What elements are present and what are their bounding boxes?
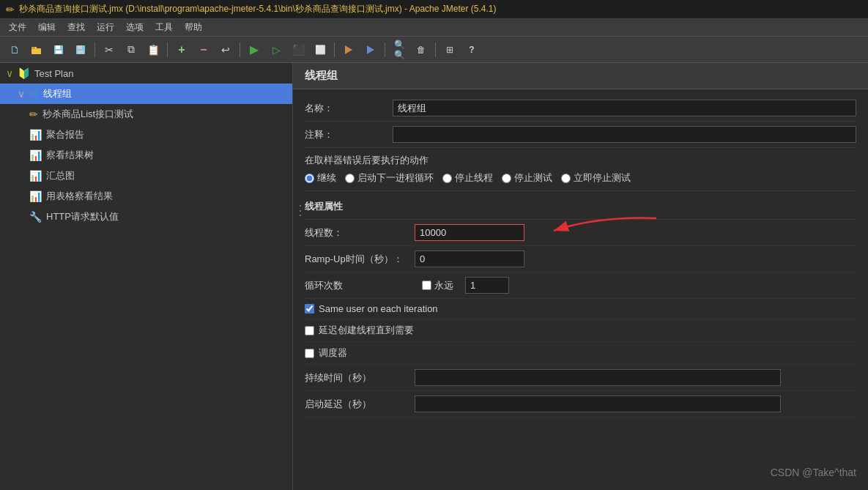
title-text: 秒杀商品查询接口测试.jmx (D:\install\program\apach… xyxy=(19,3,496,15)
svg-rect-8 xyxy=(78,51,84,53)
comment-input[interactable] xyxy=(393,126,856,143)
ramp-up-input[interactable] xyxy=(415,250,524,267)
name-label: 名称： xyxy=(305,102,393,115)
http-defaults-icon: 🔧 xyxy=(29,211,42,223)
section-header: 线程组 xyxy=(293,63,868,89)
forever-checkbox[interactable] xyxy=(422,281,431,290)
error-stop-test-radio[interactable] xyxy=(502,174,511,183)
toolbar-remote-start[interactable] xyxy=(338,40,359,59)
error-stop-thread-radio[interactable] xyxy=(442,174,452,183)
error-stop-thread[interactable]: 停止线程 xyxy=(442,171,493,185)
toolbar-new[interactable]: 🗋 xyxy=(4,40,25,59)
toolbar-save[interactable] xyxy=(48,40,69,59)
toolbar-copy[interactable]: ⧉ xyxy=(121,40,141,59)
sidebar-http-defaults-label: HTTP请求默认值 xyxy=(46,210,119,223)
error-continue-radio[interactable] xyxy=(305,174,314,183)
toolbar-search[interactable]: 🔍🔍 xyxy=(389,40,409,59)
sidebar-item-table-results[interactable]: 📊 用表格察看结果 xyxy=(0,186,292,207)
forever-label[interactable]: 永远 xyxy=(434,279,453,292)
sidebar-item-api-test[interactable]: ✏ 秒杀商品List接口测试 xyxy=(0,104,292,125)
error-start-next[interactable]: 启动下一进程循环 xyxy=(345,171,434,185)
thread-props-section: 线程属性 线程数： xyxy=(305,191,856,423)
scheduler-checkbox[interactable] xyxy=(305,349,314,358)
toolbar-clear[interactable]: 🗑 xyxy=(411,40,431,59)
toolbar-add[interactable]: + xyxy=(171,40,192,59)
error-radio-group: 继续 启动下一进程循环 停止线程 停止测试 xyxy=(305,171,856,185)
svg-marker-10 xyxy=(367,45,374,54)
toolbar-undo[interactable]: ↩ xyxy=(215,40,236,59)
comment-label: 注释： xyxy=(305,128,393,141)
title-icon: ✏ xyxy=(6,4,15,15)
svg-rect-5 xyxy=(56,51,62,53)
error-continue-label: 继续 xyxy=(317,171,336,185)
error-stop-test[interactable]: 停止测试 xyxy=(502,171,552,185)
scheduler-label[interactable]: 调度器 xyxy=(319,346,347,360)
duration-input[interactable] xyxy=(415,369,781,386)
thread-count-label: 线程数： xyxy=(305,226,415,240)
api-test-icon: ✏ xyxy=(29,108,38,120)
loop-count-row: 循环次数 永远 xyxy=(305,272,856,299)
toolbar-sep-1 xyxy=(94,42,95,57)
toolbar-open[interactable] xyxy=(26,40,47,59)
sidebar-item-thread-group[interactable]: ∨ ⚙ 线程组 xyxy=(0,83,292,104)
toolbar-paste[interactable]: 📋 xyxy=(143,40,163,59)
ramp-up-row: Ramp-Up时间（秒）： xyxy=(305,246,856,272)
toolbar: 🗋 ✂ ⧉ 📋 + − ↩ ▶ ▷ ⬛ ⬜ 🔍🔍 🗑 ⊞ ? xyxy=(0,37,868,63)
same-user-row: Same user on each iteration xyxy=(305,299,856,319)
delayed-start-label[interactable]: 延迟创建线程直到需要 xyxy=(319,324,414,337)
view-results-icon: 📊 xyxy=(29,149,42,161)
menu-file[interactable]: 文件 xyxy=(3,20,32,35)
error-action-label: 在取样器错误后要执行的动作 xyxy=(305,154,856,167)
menu-options[interactable]: 选项 xyxy=(120,20,149,35)
menu-edit[interactable]: 编辑 xyxy=(32,20,62,35)
chevron-down-icon: ∨ xyxy=(6,67,13,79)
test-plan-icon: 🔰 xyxy=(18,67,30,79)
sidebar-item-view-results[interactable]: 📊 察看结果树 xyxy=(0,145,292,166)
toolbar-stop[interactable]: ⬛ xyxy=(288,40,308,59)
toolbar-remote-stop[interactable] xyxy=(360,40,381,59)
sidebar-item-test-plan[interactable]: ∨ 🔰 Test Plan xyxy=(0,63,292,83)
error-start-next-label: 启动下一进程循环 xyxy=(357,171,434,185)
toolbar-cut[interactable]: ✂ xyxy=(99,40,119,59)
toolbar-help[interactable]: ? xyxy=(461,40,482,59)
menu-help[interactable]: 帮助 xyxy=(179,20,208,35)
chevron-down-icon-tg: ∨ xyxy=(18,88,25,100)
delayed-start-checkbox[interactable] xyxy=(305,326,314,335)
summary-icon: 📊 xyxy=(29,170,42,182)
error-stop-now[interactable]: 立即停止测试 xyxy=(561,171,631,185)
toolbar-play[interactable]: ▶ xyxy=(244,40,264,59)
toolbar-table[interactable]: ⊞ xyxy=(439,40,460,59)
toolbar-play-node[interactable]: ▷ xyxy=(266,40,286,59)
toolbar-stop-now[interactable]: ⬜ xyxy=(310,40,330,59)
comment-row: 注释： xyxy=(305,122,856,148)
title-bar: ✏ 秒杀商品查询接口测试.jmx (D:\install\program\apa… xyxy=(0,0,868,19)
menu-bar: 文件 编辑 查找 运行 选项 工具 帮助 xyxy=(0,19,868,37)
toolbar-save-template[interactable] xyxy=(70,40,91,59)
name-input[interactable] xyxy=(393,100,856,116)
same-user-checkbox[interactable] xyxy=(305,304,314,313)
sidebar-item-summary[interactable]: 📊 汇总图 xyxy=(0,166,292,186)
same-user-label[interactable]: Same user on each iteration xyxy=(319,303,438,314)
thread-count-input[interactable] xyxy=(415,224,524,241)
section-title: 线程组 xyxy=(305,69,338,81)
sidebar-item-http-defaults[interactable]: 🔧 HTTP请求默认值 xyxy=(0,207,292,227)
main-layout: ∨ 🔰 Test Plan ∨ ⚙ 线程组 ✏ 秒杀商品List接口测试 📊 聚… xyxy=(0,63,868,490)
error-stop-thread-label: 停止线程 xyxy=(455,171,493,185)
error-stop-now-radio[interactable] xyxy=(561,174,571,183)
content-area: 线程组 名称： 注释： 在取样器错误后要执行的动作 继续 xyxy=(293,63,868,490)
svg-marker-9 xyxy=(345,45,352,54)
start-delay-input[interactable] xyxy=(415,396,781,412)
start-delay-label: 启动延迟（秒） xyxy=(305,398,415,411)
sidebar: ∨ 🔰 Test Plan ∨ ⚙ 线程组 ✏ 秒杀商品List接口测试 📊 聚… xyxy=(0,63,293,490)
menu-find[interactable]: 查找 xyxy=(62,20,91,35)
error-continue[interactable]: 继续 xyxy=(305,171,336,185)
error-start-next-radio[interactable] xyxy=(345,174,355,183)
toolbar-sep-6 xyxy=(435,42,436,57)
menu-tools[interactable]: 工具 xyxy=(149,20,179,35)
toolbar-remove[interactable]: − xyxy=(193,40,214,59)
menu-run[interactable]: 运行 xyxy=(91,20,120,35)
sidebar-aggregate-label: 聚合报告 xyxy=(46,128,84,141)
loop-count-input[interactable] xyxy=(465,277,509,294)
sidebar-item-aggregate[interactable]: 📊 聚合报告 xyxy=(0,125,292,145)
aggregate-icon: 📊 xyxy=(29,129,42,141)
